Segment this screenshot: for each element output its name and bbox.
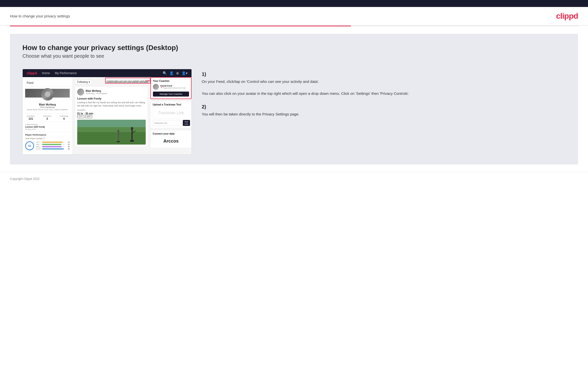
stat-activities-value: 131 [27,117,35,120]
location-icon[interactable]: ⊕ [176,71,179,75]
footer: Copyright Clippd 2022 [0,172,588,186]
stat-followers-label: Followers [43,115,51,117]
coach-name: David Ford [160,85,186,87]
post-card: Blair McHarg Yesterday · Sunningdale Les… [75,86,148,147]
svg-rect-2 [77,120,146,127]
app-mockup: clippd Home My Performance 🔍 👤 ⊕ 👤▾ Feed [22,69,192,155]
tpq-score: 92 [25,141,34,150]
avatar-icon[interactable]: 👤▾ [182,71,188,75]
main-content: How to change your privacy settings (Des… [10,34,578,164]
post-image [77,120,146,145]
trackman-add-button[interactable]: Add Link [183,120,190,126]
control-privacy-link[interactable]: Control who can see your activity and da… [106,81,148,83]
svg-point-5 [131,127,133,130]
sidebar-tab-feed: Feed [23,80,72,86]
stat-following-label: Following [60,115,68,117]
instruction-1-text: On your Feed, click/tap on 'Control who … [202,79,566,97]
coach-club: 📍 Royal North Devon Golf Club [160,87,186,89]
tpq-container: 92 OTT 90 APP [25,141,70,150]
post-author-info: Blair McHarg Yesterday · Sunningdale [86,90,107,95]
post-author: Blair McHarg [86,90,107,92]
arccos-logo: Arccos [153,137,189,146]
svg-rect-1 [77,132,146,145]
profile-stats: Activities 131 Followers 3 Following 4 [23,113,72,122]
app-body: Feed [23,77,192,154]
trackman-input-row: Add Link [153,120,189,126]
instructions: 1) On your Feed, click/tap on 'Control w… [202,69,566,127]
connect-card: Connect your data Arccos [150,130,192,148]
profile-club: Royal North Devon Golf Club, United King… [25,108,70,111]
nav-home: Home [42,71,50,75]
stat-activities-label: Activities [27,115,35,117]
profile-name: Blair McHarg [25,103,70,106]
trackman-input[interactable] [153,120,182,126]
chevron-down-icon: ▾ [89,81,90,83]
logo: clippd [556,11,578,21]
pin-icon: 📍 [160,87,163,89]
profile-bg [25,89,70,98]
app-logo: clippd [27,71,37,75]
latest-activity-date: 03 Aug 2022 [25,128,70,130]
bar-app: APP 85 [36,144,70,145]
instruction-1: 1) On your Feed, click/tap on 'Control w… [202,71,566,97]
post-duration-label: Duration [77,109,146,111]
app-feed: Following ▾ Control who can see your act… [72,77,150,154]
post-tags: OTT APP [77,115,146,118]
coaches-card: Your Coaches David Ford 📍 Royal North De… [150,77,192,99]
trackman-card: Upload a Trackman Test Trackman Link Add… [150,101,192,128]
coaches-title: Your Coaches [153,80,189,82]
tag-app: APP [85,115,92,118]
latest-activity-name: Lesson with Fordy [25,126,70,128]
avatar [41,88,54,101]
bar-putt: PUTT 96 [36,148,70,150]
instruction-1-number: 1) [202,71,566,77]
nav-my-performance: My Performance [55,71,77,75]
svg-rect-8 [118,132,119,142]
latest-activity-label: Latest Activity [25,123,70,126]
player-performance-title: Player Performance [25,134,70,136]
copyright-text: Copyright Clippd 2022 [10,177,40,181]
bar-arg: ARG 86 [36,146,70,148]
connect-title: Connect your data [153,132,189,135]
stat-following: Following 4 [60,115,68,120]
tpq-bars: OTT 90 APP 85 ARG [36,141,70,150]
post-avatar [77,89,84,96]
instruction-2: 2) You will then be taken directly to th… [202,104,566,117]
post-duration-value: 01 hr : 30 min [77,112,146,115]
manage-coaches-button[interactable]: Manage Your Coaches [153,92,189,97]
content-layout: clippd Home My Performance 🔍 👤 ⊕ 👤▾ Feed [22,69,566,155]
following-button[interactable]: Following ▾ [75,80,92,84]
app-right-panel: Your Coaches David Ford 📍 Royal North De… [150,77,192,154]
nav-icons: 🔍 👤 ⊕ 👤▾ [163,71,188,75]
profile-handicap: Plus Handicap [25,106,70,108]
svg-point-9 [117,130,119,133]
stat-followers-value: 3 [43,117,51,120]
header: How to change your privacy settings clip… [0,7,588,26]
player-performance: Player Performance Total Player Quality … [23,132,72,152]
coach-avatar [153,84,159,90]
bar-ott: OTT 90 [36,141,70,143]
coach-item: David Ford 📍 Royal North Devon Golf Club [153,84,189,90]
page-subheading: Choose what you want people to see [22,53,566,59]
post-header: Blair McHarg Yesterday · Sunningdale [77,89,146,96]
instruction-2-number: 2) [202,104,566,110]
stat-following-value: 4 [60,117,68,120]
golf-scene-svg [77,120,146,145]
post-title: Lesson with Fordy [77,97,146,100]
app-navbar: clippd Home My Performance 🔍 👤 ⊕ 👤▾ [23,69,192,77]
trackman-placeholder: Trackman Link [153,107,189,118]
following-label: Following [77,81,88,83]
page-heading: How to change your privacy settings (Des… [22,44,566,52]
breadcrumb: How to change your privacy settings [10,14,70,18]
svg-rect-4 [131,130,133,141]
header-divider [10,26,578,26]
feed-header: Following ▾ Control who can see your act… [75,80,148,84]
stat-followers: Followers 3 [43,115,51,120]
user-icon[interactable]: 👤 [169,71,174,75]
coach-info: David Ford 📍 Royal North Devon Golf Club [160,85,186,89]
search-icon[interactable]: 🔍 [163,71,167,75]
top-bar [0,0,588,7]
post-location: Yesterday · Sunningdale [86,92,107,95]
stat-activities: Activities 131 [27,115,35,120]
trackman-title: Upload a Trackman Test [153,103,189,106]
